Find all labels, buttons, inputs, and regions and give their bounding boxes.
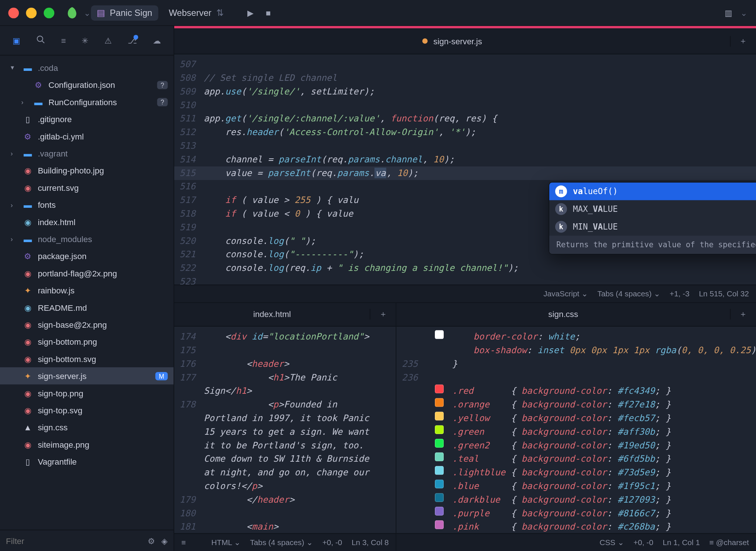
autocomplete-doc: Returns the primitive value of the speci… xyxy=(549,235,756,254)
breadcrumb-project[interactable]: ▤ Panic Sign xyxy=(91,5,158,21)
tree-item[interactable]: ⚙.gitlab-ci.yml xyxy=(0,128,173,145)
minimize-window-button[interactable] xyxy=(26,7,37,18)
editor-tab-sign-css[interactable]: sign.css xyxy=(396,303,730,326)
chevron-updown-icon: ⇅ xyxy=(216,7,224,18)
new-tab-button[interactable]: ＋ xyxy=(370,309,396,320)
sidebar-toolbar: ▣ ≡ ✳ ⚠ ⎇ ☁ xyxy=(0,26,173,55)
new-tab-button[interactable]: ＋ xyxy=(730,309,756,320)
tree-item[interactable]: ✦sign-server.jsM xyxy=(0,367,173,384)
tree-item[interactable]: ◉sign-top.png xyxy=(0,385,173,402)
status-lang[interactable]: JavaScript ⌄ xyxy=(543,289,588,298)
tree-item[interactable]: ◉sign-base@2x.png xyxy=(0,316,173,333)
sidebar-filter: ⚙ ◈ xyxy=(0,530,173,551)
editor-tabs: sign-server.js ＋ xyxy=(174,28,756,54)
titlebar: ⌄ ▤ Panic Sign Webserver ⇅ ▶ ■ ▥ ⌄ xyxy=(0,0,756,26)
chevron-down-icon[interactable]: ⌄ xyxy=(84,8,91,18)
tree-item[interactable]: ◉sign-bottom.png xyxy=(0,333,173,350)
status-position[interactable]: Ln 3, Col 8 xyxy=(352,538,389,547)
tree-item[interactable]: ›▬.vagrant xyxy=(0,145,173,162)
sidebar: ▣ ≡ ✳ ⚠ ⎇ ☁ ▾▬.coda⚙Configuration.json?›… xyxy=(0,26,174,551)
tree-item[interactable]: ◉Building-photo.jpg xyxy=(0,162,173,179)
editor-tab-index-html[interactable]: index.html xyxy=(174,303,370,326)
breadcrumb: ▤ Panic Sign Webserver ⇅ xyxy=(91,5,230,21)
search-tab-icon[interactable] xyxy=(36,35,45,46)
status-indent[interactable]: Tabs (4 spaces) ⌄ xyxy=(597,289,660,298)
issues-tab-icon[interactable]: ⚠ xyxy=(104,36,112,45)
tree-item[interactable]: ›▬node_modules xyxy=(0,230,173,247)
tree-item[interactable]: ◉sign-bottom.svg xyxy=(0,350,173,367)
status-lang[interactable]: CSS ⌄ xyxy=(599,538,624,547)
stop-button[interactable]: ■ xyxy=(266,8,271,18)
breadcrumb-target[interactable]: Webserver ⇅ xyxy=(163,5,230,21)
panels-layout-icon[interactable]: ▥ xyxy=(725,8,732,18)
svg-point-0 xyxy=(37,36,43,42)
zoom-window-button[interactable] xyxy=(44,7,54,18)
autocomplete-item[interactable]: kMAX_VALUE xyxy=(549,200,756,218)
status-indent[interactable]: Tabs (4 spaces) ⌄ xyxy=(250,538,313,547)
editor-status-bar-html: ≡ HTML ⌄ Tabs (4 spaces) ⌄ +0, -0 Ln 3, … xyxy=(174,533,396,551)
editor-status-bar-js: JavaScript ⌄ Tabs (4 spaces) ⌄ +1, -3 Ln… xyxy=(174,285,756,302)
status-position[interactable]: Ln 1, Col 1 xyxy=(663,538,700,547)
close-window-button[interactable] xyxy=(8,7,19,18)
bookmarks-tab-icon[interactable]: ✳ xyxy=(82,36,89,45)
files-tab-icon[interactable]: ▣ xyxy=(13,36,20,45)
editor-tab-sign-server[interactable]: sign-server.js xyxy=(174,28,730,54)
tree-item[interactable]: ▯Vagrantfile xyxy=(0,453,173,470)
window-traffic-lights xyxy=(8,7,54,18)
tree-item[interactable]: ✦rainbow.js xyxy=(0,282,173,299)
status-position[interactable]: Ln 515, Col 32 xyxy=(699,289,749,298)
tree-item[interactable]: ▯.gitignore xyxy=(0,110,173,127)
publish-tab-icon[interactable]: ☁ xyxy=(153,36,161,45)
tree-item[interactable]: ⚙package.json xyxy=(0,247,173,264)
tree-item[interactable]: ◉portland-flag@2x.png xyxy=(0,265,173,282)
svg-line-1 xyxy=(42,41,44,43)
status-issues[interactable]: +0, -0 xyxy=(633,538,653,547)
status-lang[interactable]: HTML ⌄ xyxy=(212,538,241,547)
filter-options-icon[interactable]: ◈ xyxy=(161,536,168,545)
filter-input[interactable] xyxy=(6,536,142,545)
scm-tab-icon[interactable]: ⎇ xyxy=(128,36,137,45)
new-tab-button[interactable]: ＋ xyxy=(730,36,756,47)
tree-item[interactable]: ◉current.svg xyxy=(0,179,173,196)
chevron-down-icon[interactable]: ⌄ xyxy=(740,8,748,18)
dirty-dot-icon xyxy=(422,38,427,44)
run-button[interactable]: ▶ xyxy=(247,8,254,18)
tree-item[interactable]: ◉siteimage.png xyxy=(0,436,173,453)
tree-item[interactable]: ›▬fonts xyxy=(0,196,173,213)
status-issues[interactable]: +1, -3 xyxy=(670,289,690,298)
tree-item[interactable]: ◉README.md xyxy=(0,299,173,316)
tree-item[interactable]: ▲sign.css xyxy=(0,419,173,435)
editor-status-bar-css: CSS ⌄ +0, -0 Ln 1, Col 1 ≡ @charset xyxy=(396,533,756,551)
app-leaf-icon xyxy=(65,6,79,20)
file-tree[interactable]: ▾▬.coda⚙Configuration.json?›▬RunConfigur… xyxy=(0,55,173,530)
status-symbol[interactable]: ≡ @charset xyxy=(709,538,749,547)
autocomplete-popup[interactable]: mvalueOf()kMAX_VALUEkMIN_VALUEReturns th… xyxy=(549,182,756,255)
tree-item[interactable]: ▾▬.coda xyxy=(0,59,173,76)
editor-body-html[interactable]: 174 <div id="locationPortland">175176 <h… xyxy=(174,326,396,533)
autocomplete-item[interactable]: mvalueOf() xyxy=(549,182,756,200)
project-icon: ▤ xyxy=(97,7,105,18)
autocomplete-item[interactable]: kMIN_VALUE xyxy=(549,218,756,235)
filter-settings-icon[interactable]: ⚙ xyxy=(148,536,155,545)
tree-item[interactable]: ◉index.html xyxy=(0,213,173,230)
tree-item[interactable]: ⚙Configuration.json? xyxy=(0,76,173,93)
status-issues[interactable]: +0, -0 xyxy=(322,538,342,547)
editor-body-css[interactable]: border-color: white; box-shadow: inset 0… xyxy=(396,326,756,533)
symbols-tab-icon[interactable]: ≡ xyxy=(61,36,66,45)
tree-item[interactable]: ◉sign-top.svg xyxy=(0,402,173,419)
status-symbol-icon[interactable]: ≡ xyxy=(181,538,186,547)
tree-item[interactable]: ›▬RunConfigurations? xyxy=(0,93,173,110)
